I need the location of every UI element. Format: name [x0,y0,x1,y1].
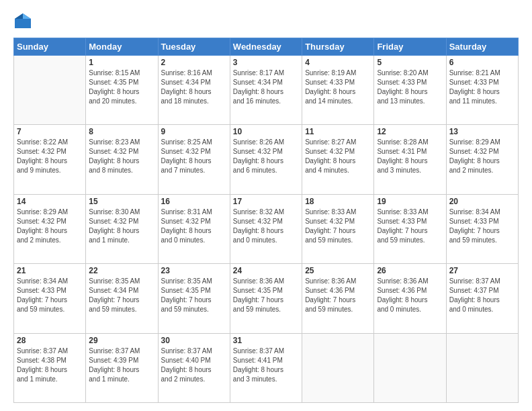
day-info: Sunrise: 8:35 AM Sunset: 4:34 PM Dayligh… [89,277,154,314]
day-number: 21 [17,266,83,275]
calendar-week-4: 28Sunrise: 8:37 AM Sunset: 4:38 PM Dayli… [14,333,519,402]
day-number: 27 [449,266,515,275]
weekday-header-saturday: Saturday [446,38,518,56]
day-number: 9 [161,127,227,136]
calendar-cell: 4Sunrise: 8:19 AM Sunset: 4:33 PM Daylig… [302,56,374,125]
day-number: 25 [305,266,371,275]
day-number: 1 [89,58,154,67]
calendar-table: SundayMondayTuesdayWednesdayThursdayFrid… [13,38,519,403]
calendar-cell: 13Sunrise: 8:29 AM Sunset: 4:32 PM Dayli… [446,125,518,194]
day-info: Sunrise: 8:37 AM Sunset: 4:40 PM Dayligh… [161,347,227,384]
calendar-cell: 5Sunrise: 8:20 AM Sunset: 4:33 PM Daylig… [374,56,446,125]
day-info: Sunrise: 8:33 AM Sunset: 4:32 PM Dayligh… [305,208,371,245]
day-info: Sunrise: 8:29 AM Sunset: 4:32 PM Dayligh… [17,208,83,245]
calendar-cell: 26Sunrise: 8:36 AM Sunset: 4:36 PM Dayli… [374,264,446,333]
day-info: Sunrise: 8:21 AM Sunset: 4:33 PM Dayligh… [449,68,515,106]
day-info: Sunrise: 8:37 AM Sunset: 4:38 PM Dayligh… [17,347,83,384]
weekday-header-sunday: Sunday [14,38,86,56]
calendar-cell: 31Sunrise: 8:37 AM Sunset: 4:41 PM Dayli… [230,333,302,402]
day-info: Sunrise: 8:19 AM Sunset: 4:33 PM Dayligh… [305,68,371,106]
weekday-header-row: SundayMondayTuesdayWednesdayThursdayFrid… [14,38,519,56]
day-number: 26 [377,266,443,275]
calendar-cell [446,333,518,402]
day-number: 11 [305,127,371,136]
weekday-header-thursday: Thursday [302,38,374,56]
day-number: 10 [233,127,299,136]
calendar-cell: 15Sunrise: 8:30 AM Sunset: 4:32 PM Dayli… [86,194,158,263]
weekday-header-wednesday: Wednesday [230,38,302,56]
day-info: Sunrise: 8:34 AM Sunset: 4:33 PM Dayligh… [449,208,515,245]
day-number: 4 [305,58,371,67]
calendar-cell: 3Sunrise: 8:17 AM Sunset: 4:34 PM Daylig… [230,56,302,125]
calendar-cell: 11Sunrise: 8:27 AM Sunset: 4:32 PM Dayli… [302,125,374,194]
day-info: Sunrise: 8:27 AM Sunset: 4:32 PM Dayligh… [305,138,371,175]
day-info: Sunrise: 8:32 AM Sunset: 4:32 PM Dayligh… [233,208,299,245]
logo [13,12,35,31]
day-number: 14 [17,197,83,206]
day-number: 2 [161,58,227,67]
calendar-cell [14,56,86,125]
svg-marker-2 [15,13,23,19]
calendar-cell: 25Sunrise: 8:36 AM Sunset: 4:36 PM Dayli… [302,264,374,333]
day-info: Sunrise: 8:37 AM Sunset: 4:37 PM Dayligh… [449,277,515,314]
calendar-cell: 18Sunrise: 8:33 AM Sunset: 4:32 PM Dayli… [302,194,374,263]
day-info: Sunrise: 8:23 AM Sunset: 4:32 PM Dayligh… [89,138,154,175]
day-info: Sunrise: 8:36 AM Sunset: 4:36 PM Dayligh… [305,277,371,314]
day-number: 12 [377,127,443,136]
calendar-cell: 20Sunrise: 8:34 AM Sunset: 4:33 PM Dayli… [446,194,518,263]
day-number: 6 [449,58,515,67]
calendar-cell: 2Sunrise: 8:16 AM Sunset: 4:34 PM Daylig… [158,56,230,125]
svg-marker-1 [23,13,31,19]
weekday-header-monday: Monday [86,38,158,56]
day-number: 29 [89,336,154,345]
day-number: 23 [161,266,227,275]
calendar-cell: 24Sunrise: 8:36 AM Sunset: 4:35 PM Dayli… [230,264,302,333]
weekday-header-friday: Friday [374,38,446,56]
day-info: Sunrise: 8:26 AM Sunset: 4:32 PM Dayligh… [233,138,299,175]
calendar-cell: 27Sunrise: 8:37 AM Sunset: 4:37 PM Dayli… [446,264,518,333]
day-info: Sunrise: 8:35 AM Sunset: 4:35 PM Dayligh… [161,277,227,314]
calendar-cell [302,333,374,402]
day-info: Sunrise: 8:15 AM Sunset: 4:35 PM Dayligh… [89,68,154,106]
calendar-cell: 17Sunrise: 8:32 AM Sunset: 4:32 PM Dayli… [230,194,302,263]
day-number: 8 [89,127,154,136]
calendar-cell: 9Sunrise: 8:25 AM Sunset: 4:32 PM Daylig… [158,125,230,194]
day-number: 24 [233,266,299,275]
day-number: 28 [17,336,83,345]
calendar-cell: 12Sunrise: 8:28 AM Sunset: 4:31 PM Dayli… [374,125,446,194]
day-number: 18 [305,197,371,206]
day-info: Sunrise: 8:37 AM Sunset: 4:39 PM Dayligh… [89,347,154,384]
calendar-cell: 30Sunrise: 8:37 AM Sunset: 4:40 PM Dayli… [158,333,230,402]
day-info: Sunrise: 8:28 AM Sunset: 4:31 PM Dayligh… [377,138,443,175]
calendar-cell: 8Sunrise: 8:23 AM Sunset: 4:32 PM Daylig… [86,125,158,194]
day-number: 19 [377,197,443,206]
calendar-week-2: 14Sunrise: 8:29 AM Sunset: 4:32 PM Dayli… [14,194,519,263]
day-info: Sunrise: 8:30 AM Sunset: 4:32 PM Dayligh… [89,208,154,245]
day-info: Sunrise: 8:20 AM Sunset: 4:33 PM Dayligh… [377,68,443,106]
day-number: 22 [89,266,154,275]
day-number: 5 [377,58,443,67]
calendar-cell: 7Sunrise: 8:22 AM Sunset: 4:32 PM Daylig… [14,125,86,194]
day-number: 31 [233,336,299,345]
day-info: Sunrise: 8:33 AM Sunset: 4:33 PM Dayligh… [377,208,443,245]
calendar-week-0: 1Sunrise: 8:15 AM Sunset: 4:35 PM Daylig… [14,56,519,125]
calendar-cell [374,333,446,402]
day-number: 20 [449,197,515,206]
header [13,12,519,31]
day-info: Sunrise: 8:34 AM Sunset: 4:33 PM Dayligh… [17,277,83,314]
day-number: 16 [161,197,227,206]
weekday-header-tuesday: Tuesday [158,38,230,56]
day-info: Sunrise: 8:29 AM Sunset: 4:32 PM Dayligh… [449,138,515,175]
day-number: 3 [233,58,299,67]
day-number: 30 [161,336,227,345]
day-info: Sunrise: 8:36 AM Sunset: 4:36 PM Dayligh… [377,277,443,314]
calendar-cell: 10Sunrise: 8:26 AM Sunset: 4:32 PM Dayli… [230,125,302,194]
calendar-cell: 1Sunrise: 8:15 AM Sunset: 4:35 PM Daylig… [86,56,158,125]
day-info: Sunrise: 8:22 AM Sunset: 4:32 PM Dayligh… [17,138,83,175]
day-info: Sunrise: 8:37 AM Sunset: 4:41 PM Dayligh… [233,347,299,384]
logo-icon [13,12,32,31]
day-info: Sunrise: 8:16 AM Sunset: 4:34 PM Dayligh… [161,68,227,106]
day-info: Sunrise: 8:36 AM Sunset: 4:35 PM Dayligh… [233,277,299,314]
day-number: 15 [89,197,154,206]
calendar-cell: 16Sunrise: 8:31 AM Sunset: 4:32 PM Dayli… [158,194,230,263]
